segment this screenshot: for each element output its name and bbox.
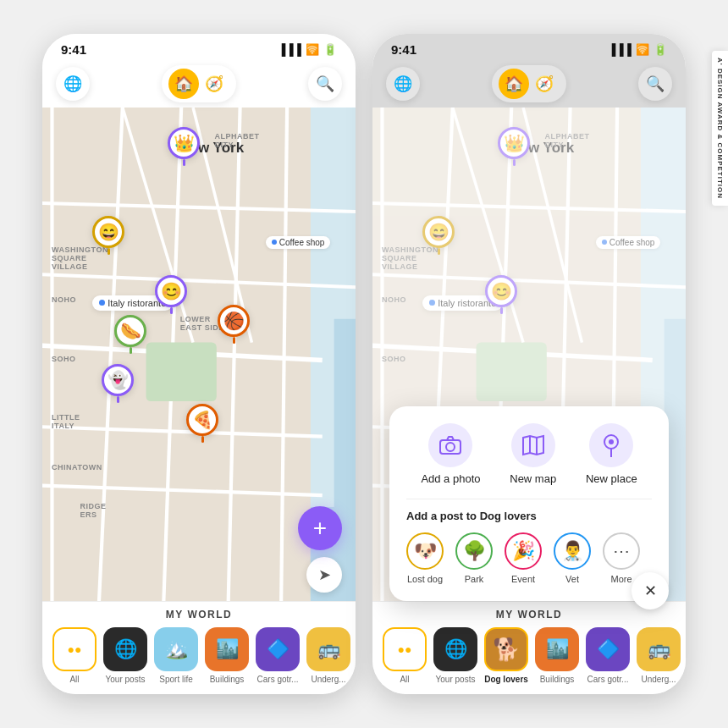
- thumb-label-your-posts-right: Your posts: [436, 675, 476, 684]
- pin-ghost[interactable]: 👻: [102, 364, 134, 403]
- sheet-divider: [406, 499, 652, 499]
- status-bar-right: 9:41 ▐▐▐ 🛜 🔋: [372, 34, 686, 60]
- thumb-underground-right[interactable]: 🚌 Underg...: [637, 627, 681, 684]
- battery-icon-right: 🔋: [654, 43, 667, 56]
- status-time-left: 9:41: [61, 42, 86, 57]
- nav-center: 🏠 🧭: [162, 65, 236, 102]
- home-nav-btn[interactable]: 🏠: [168, 69, 199, 99]
- wifi-icon-right: 🛜: [636, 43, 649, 56]
- thumb-label-all-right: All: [400, 675, 409, 684]
- thumb-img-dog-lovers: 🐕: [484, 627, 528, 671]
- add-photo-label: Add a photo: [421, 472, 480, 485]
- pin-circle-pizza: 🍕: [186, 404, 218, 436]
- thumb-buildings-right[interactable]: 🏙️ Buildings: [535, 627, 579, 684]
- thumb-label-cars-right: Cars gotr...: [587, 675, 629, 684]
- location-dot: [99, 300, 105, 306]
- battery-icon: 🔋: [323, 43, 337, 56]
- thumb-your-posts-right[interactable]: 🌐 Your posts: [433, 627, 477, 684]
- pin-smiley2[interactable]: 😊: [155, 275, 187, 314]
- signal-icon-right: ▐▐▐: [608, 43, 631, 56]
- thumb-your-posts[interactable]: 🌐 Your posts: [103, 627, 147, 684]
- coffee-shop-label: Coffee shop: [266, 236, 331, 249]
- pin-crown[interactable]: 👑: [168, 127, 200, 166]
- design-badge: A' DESIGN AWARD & COMPETITION: [712, 51, 728, 206]
- status-bar-left: 9:41 ▐▐▐ 🛜 🔋: [42, 34, 356, 60]
- thumb-sport-life[interactable]: 🏔️ Sport life: [154, 627, 198, 684]
- map-area-left: New York WASHINGTONSQUAREVILLAGE NOHO SO…: [42, 108, 356, 601]
- pin-tail-ghost: [117, 396, 119, 403]
- cat-label-more: More: [610, 574, 631, 584]
- top-nav-right: 🌐 🏠 🧭 🔍: [372, 60, 686, 108]
- cat-vet[interactable]: 👨‍⚕️ Vet: [554, 532, 591, 584]
- close-sheet-btn[interactable]: ✕: [631, 572, 669, 609]
- pin-smiley[interactable]: 😄: [92, 216, 124, 255]
- thumbnails-left: ●● All 🌐 Your posts 🏔️ Sport life 🏙️ Bui…: [42, 627, 356, 694]
- globe-button-right[interactable]: 🌐: [386, 67, 420, 101]
- bottom-bar-left: MY WORLD ●● All 🌐 Your posts 🏔️ Sport li…: [42, 601, 356, 694]
- thumb-all-right[interactable]: ●● All: [383, 627, 427, 684]
- thumb-label-all: All: [69, 675, 79, 684]
- thumb-img-underground-right: 🚌: [637, 627, 681, 671]
- new-map-icon: [511, 423, 555, 467]
- cat-label-event: Event: [511, 574, 535, 584]
- new-place-icon: [589, 423, 633, 467]
- search-button-right[interactable]: 🔍: [638, 67, 672, 101]
- cat-label-lost-dog: Lost dog: [407, 574, 443, 584]
- thumb-all[interactable]: ●● All: [52, 627, 97, 684]
- svg-marker-36: [523, 436, 543, 455]
- pin-tail-hotdog: [130, 347, 132, 354]
- pin-circle-smiley2: 😊: [155, 275, 187, 307]
- nav-arrow-btn-left[interactable]: ➤: [306, 557, 342, 593]
- thumb-cars-right[interactable]: 🔷 Cars gotr...: [586, 627, 630, 684]
- pin-basketball[interactable]: 🏀: [218, 305, 250, 344]
- cat-park[interactable]: 🌳 Park: [455, 532, 493, 584]
- cat-label-vet: Vet: [565, 574, 579, 584]
- pin-pizza[interactable]: 🍕: [186, 404, 218, 443]
- svg-rect-29: [477, 343, 547, 401]
- bottom-bar-title-right: MY WORLD: [372, 609, 686, 620]
- thumb-label-your-posts: Your posts: [106, 675, 146, 684]
- new-map-btn[interactable]: New map: [510, 423, 556, 485]
- thumb-cars[interactable]: 🔷 Cars gotr...: [256, 627, 300, 684]
- thumb-img-your-posts: 🌐: [103, 627, 147, 671]
- cat-more[interactable]: ⋯ More: [603, 532, 640, 584]
- thumb-label-underground-right: Underg...: [641, 675, 676, 684]
- cat-icon-lost-dog: 🐶: [406, 532, 444, 570]
- svg-point-35: [446, 443, 455, 451]
- thumb-underground[interactable]: 🚌 Underg...: [306, 627, 350, 684]
- compass-nav-btn[interactable]: 🧭: [199, 69, 229, 99]
- pin-tail-crown: [183, 159, 185, 166]
- home-nav-btn-right[interactable]: 🏠: [499, 69, 529, 99]
- bottom-bar-right: MY WORLD ●● All 🌐 Your posts 🐕 Dog lover…: [372, 601, 686, 694]
- cat-lost-dog[interactable]: 🐶 Lost dog: [406, 532, 444, 584]
- cat-event[interactable]: 🎉 Event: [505, 532, 542, 584]
- pin-hotdog[interactable]: 🌭: [114, 315, 146, 354]
- pin-circle-ghost: 👻: [102, 364, 134, 396]
- search-button[interactable]: 🔍: [308, 67, 342, 101]
- cat-icon-park: 🌳: [455, 532, 493, 570]
- thumb-label-buildings-right: Buildings: [540, 675, 575, 684]
- add-photo-icon: [428, 423, 472, 467]
- status-time-right: 9:41: [391, 42, 416, 57]
- sheet-categories: 🐶 Lost dog 🌳 Park 🎉 Event 👨‍⚕️ Vet ⋯ Mor: [406, 532, 652, 584]
- thumb-img-cars-right: 🔷: [586, 627, 630, 671]
- wifi-icon: 🛜: [306, 43, 319, 56]
- compass-nav-btn-right[interactable]: 🧭: [529, 69, 560, 99]
- thumb-buildings[interactable]: 🏙️ Buildings: [205, 627, 249, 684]
- design-badge-text: A' DESIGN AWARD & COMPETITION: [716, 58, 724, 199]
- pin-tail-smiley: [108, 248, 110, 255]
- pin-circle-basketball: 🏀: [218, 305, 250, 337]
- top-nav-left: 🌐 🏠 🧭 🔍: [42, 60, 356, 108]
- thumb-img-underground: 🚌: [306, 627, 350, 671]
- fab-button-left[interactable]: +: [298, 506, 342, 550]
- status-icons-left: ▐▐▐ 🛜 🔋: [278, 43, 337, 56]
- new-place-btn[interactable]: New place: [586, 423, 637, 485]
- globe-button[interactable]: 🌐: [56, 67, 90, 101]
- thumb-label-underground: Underg...: [311, 675, 345, 684]
- thumb-label-dog-lovers: Dog lovers: [484, 675, 528, 684]
- thumb-img-cars: 🔷: [256, 627, 300, 671]
- new-map-label: New map: [510, 472, 556, 485]
- status-icons-right: ▐▐▐ 🛜 🔋: [608, 43, 667, 56]
- add-photo-btn[interactable]: Add a photo: [421, 423, 480, 485]
- thumb-dog-lovers[interactable]: 🐕 Dog lovers: [484, 627, 528, 684]
